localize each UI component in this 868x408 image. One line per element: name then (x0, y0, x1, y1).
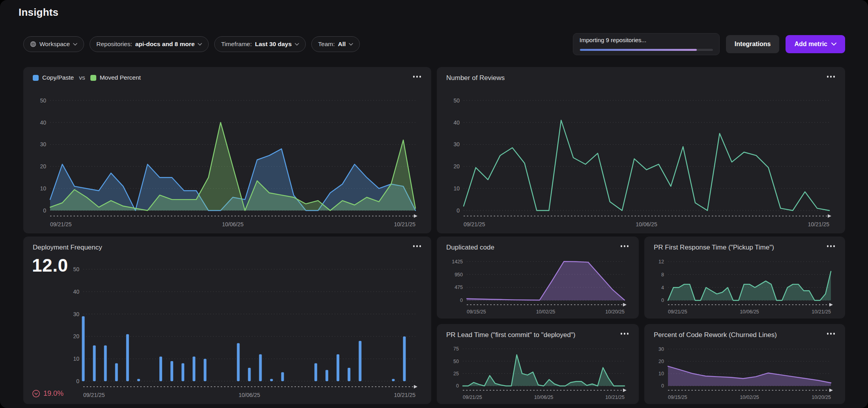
pr-first-response-chart: 0481209/21/2510/06/2510/21/25 (650, 254, 839, 316)
delta-badge: 19.0% (32, 389, 64, 398)
code-rework-chart: 010203009/15/2510/02/2510/20/25 (650, 341, 839, 402)
svg-text:10/21/25: 10/21/25 (394, 392, 416, 398)
insights-dashboard: Insights Workspace Repositories: api-doc… (0, 0, 868, 408)
svg-text:10/21/25: 10/21/25 (605, 395, 625, 400)
number-of-reviews-chart: 0102030405009/21/2510/06/2510/21/25 (445, 90, 837, 229)
team-filter-prefix: Team: (318, 41, 335, 48)
svg-text:0: 0 (76, 378, 79, 384)
repositories-filter-value: api-docs and 8 more (135, 41, 195, 48)
svg-text:10/06/25: 10/06/25 (222, 221, 244, 227)
card-title: PR Lead Time ("first commit" to "deploye… (446, 331, 575, 339)
legend-swatch (33, 75, 39, 81)
svg-text:20: 20 (453, 163, 460, 170)
add-metric-button[interactable]: Add metric (786, 35, 845, 53)
timeframe-filter-value: Last 30 days (255, 41, 292, 48)
svg-text:0: 0 (661, 298, 664, 303)
svg-text:0: 0 (460, 298, 463, 303)
pr-first-response-card: PR First Response Time ("Pickup Time") 0… (644, 237, 845, 319)
svg-text:10: 10 (40, 185, 46, 192)
svg-text:10/21/25: 10/21/25 (812, 309, 831, 315)
svg-text:10/02/25: 10/02/25 (740, 395, 759, 400)
more-options-button[interactable] (825, 243, 838, 250)
trend-down-icon (32, 389, 40, 398)
chevron-down-icon (349, 43, 353, 46)
deployment-frequency-card: Deployment Frequency 12.0 0102030405009/… (23, 237, 431, 404)
svg-text:30: 30 (40, 141, 46, 147)
svg-text:8: 8 (661, 272, 664, 278)
svg-text:50: 50 (73, 266, 79, 272)
legend-label: Moved Percent (100, 74, 141, 81)
svg-text:12: 12 (658, 259, 664, 265)
code-rework-card: Percent of Code Rework (Churned Lines) 0… (644, 324, 845, 404)
chart-legend: Copy/PastevsMoved Percent (33, 74, 141, 81)
workspace-filter[interactable]: Workspace (23, 36, 84, 52)
svg-text:10: 10 (453, 185, 460, 192)
toolbar-right: Importing 9 repositories... Integrations… (573, 33, 845, 55)
card-title: Deployment Frequency (33, 244, 102, 252)
svg-text:10/02/25: 10/02/25 (536, 309, 556, 315)
legend-swatch (90, 75, 96, 81)
duplicated-code-card: Duplicated code 0475950142509/15/2510/02… (437, 237, 639, 319)
page-title: Insights (19, 6, 58, 19)
timeframe-filter-prefix: Timeframe: (221, 41, 252, 48)
team-filter[interactable]: Team: All (311, 36, 360, 52)
svg-text:09/15/25: 09/15/25 (467, 309, 486, 315)
svg-text:30: 30 (658, 347, 664, 352)
svg-text:10/21/25: 10/21/25 (808, 221, 830, 227)
card-title: Number of Reviews (446, 74, 505, 82)
chevron-down-icon (198, 43, 202, 46)
svg-text:09/15/25: 09/15/25 (668, 395, 687, 400)
svg-text:0: 0 (661, 383, 664, 389)
svg-text:40: 40 (40, 119, 46, 126)
more-options-button[interactable] (825, 330, 838, 337)
svg-text:25: 25 (453, 371, 459, 376)
card-title: Percent of Code Rework (Churned Lines) (654, 331, 777, 339)
copy-paste-vs-moved-card: Copy/PastevsMoved Percent 0102030405009/… (23, 67, 431, 233)
svg-text:4: 4 (661, 285, 664, 291)
team-filter-value: All (338, 41, 346, 48)
chevron-down-icon (73, 43, 77, 46)
copy-paste-vs-moved-chart: 0102030405009/21/2510/06/2510/21/25 (31, 90, 423, 229)
import-status-label: Importing 9 repositories... (580, 37, 713, 43)
svg-text:30: 30 (73, 311, 79, 317)
svg-text:50: 50 (40, 97, 46, 104)
add-metric-label: Add metric (794, 41, 827, 48)
more-options-button[interactable] (411, 243, 424, 250)
toolbar: Workspace Repositories: api-docs and 8 m… (23, 35, 845, 54)
pr-lead-time-chart: 025507509/21/2510/06/2510/21/25 (442, 341, 632, 402)
svg-text:10/06/25: 10/06/25 (534, 395, 554, 400)
svg-text:75: 75 (453, 346, 459, 352)
filter-pills: Workspace Repositories: api-docs and 8 m… (23, 36, 360, 52)
svg-text:20: 20 (73, 333, 79, 339)
svg-text:10/06/25: 10/06/25 (636, 221, 657, 227)
svg-text:0: 0 (43, 207, 46, 214)
svg-text:10/20/25: 10/20/25 (605, 309, 625, 315)
more-options-button[interactable] (618, 330, 631, 337)
pr-lead-time-card: PR Lead Time ("first commit" to "deploye… (437, 324, 639, 404)
svg-text:09/21/25: 09/21/25 (83, 392, 105, 398)
integrations-button[interactable]: Integrations (726, 35, 780, 53)
svg-text:09/21/25: 09/21/25 (50, 221, 72, 227)
svg-text:40: 40 (453, 119, 460, 126)
timeframe-filter[interactable]: Timeframe: Last 30 days (214, 36, 306, 52)
number-of-reviews-card: Number of Reviews 0102030405009/21/2510/… (437, 67, 845, 233)
svg-text:10/21/25: 10/21/25 (394, 221, 416, 227)
svg-text:10: 10 (658, 371, 664, 376)
import-progress-fill (580, 49, 697, 51)
svg-text:09/21/25: 09/21/25 (463, 395, 482, 400)
repositories-filter[interactable]: Repositories: api-docs and 8 more (90, 36, 209, 52)
svg-text:10/20/25: 10/20/25 (812, 395, 831, 400)
svg-text:40: 40 (73, 289, 79, 295)
workspace-filter-label: Workspace (39, 41, 70, 48)
more-options-button[interactable] (411, 73, 424, 80)
svg-text:0: 0 (456, 207, 460, 214)
chevron-down-icon (831, 43, 836, 46)
more-options-button[interactable] (618, 243, 631, 250)
duplicated-code-chart: 0475950142509/15/2510/02/2510/20/25 (442, 254, 632, 316)
more-options-button[interactable] (825, 73, 838, 80)
card-title: Duplicated code (446, 244, 494, 252)
card-title: PR First Response Time ("Pickup Time") (654, 244, 774, 252)
legend-label: Copy/Paste (42, 74, 74, 81)
svg-text:20: 20 (40, 163, 46, 170)
repositories-filter-prefix: Repositories: (96, 41, 132, 48)
